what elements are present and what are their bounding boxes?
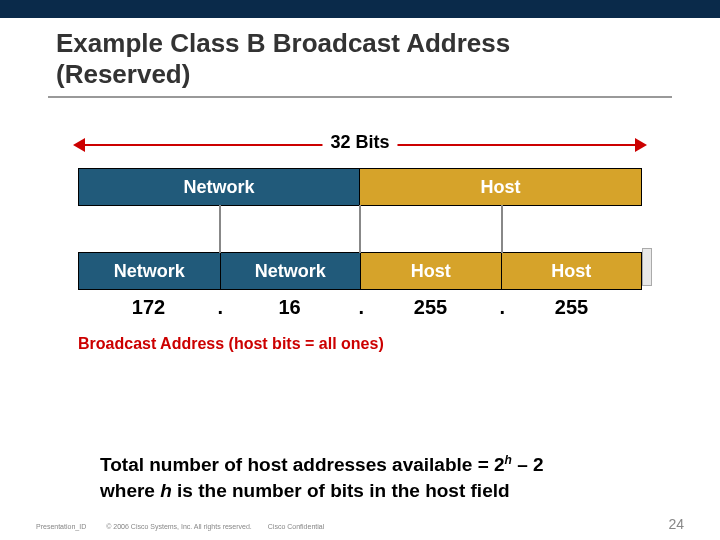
- divider-line: [219, 205, 221, 253]
- formula-part: where: [100, 480, 160, 501]
- broadcast-caption: Broadcast Address (host bits = all ones): [78, 335, 642, 353]
- page-number: 24: [668, 516, 684, 532]
- title-underline: [48, 96, 672, 98]
- formula-text: Total number of host addresses available…: [100, 452, 720, 504]
- formula-variable: h: [160, 480, 172, 501]
- octet-value-3: 255 .: [360, 296, 501, 319]
- footer: Presentation_ID © 2006 Cisco Systems, In…: [0, 516, 720, 532]
- octet-dividers: [78, 206, 642, 252]
- octet-network-1: Network: [79, 253, 220, 289]
- address-bar-octets: Network Network Host Host: [78, 252, 642, 290]
- value-text: 16: [278, 296, 300, 318]
- divider-line: [359, 205, 361, 253]
- octet-host-2: Host: [501, 253, 642, 289]
- value-text: 172: [132, 296, 165, 318]
- bits-width-indicator: 32 Bits: [78, 126, 642, 162]
- value-text: 255: [555, 296, 588, 318]
- diagram: 32 Bits Network Host Network Network Hos…: [48, 126, 672, 426]
- slide-title: Example Class B Broadcast Address (Reser…: [0, 18, 720, 92]
- address-bar-top: Network Host: [78, 168, 642, 206]
- octet-value-2: 16 .: [219, 296, 360, 319]
- title-line-1: Example Class B Broadcast Address: [56, 28, 510, 58]
- formula-part: is the number of bits in the host field: [172, 480, 510, 501]
- presentation-id: Presentation_ID: [36, 523, 86, 530]
- octet-value-1: 172 .: [78, 296, 219, 319]
- formula-part: Total number of host addresses available…: [100, 455, 505, 476]
- octet-network-2: Network: [220, 253, 361, 289]
- arrow-right-icon: [635, 138, 647, 152]
- address-values: 172 . 16 . 255 . 255: [78, 296, 642, 319]
- arrow-left-icon: [73, 138, 85, 152]
- formula-exponent: h: [505, 453, 512, 467]
- host-segment: Host: [360, 169, 641, 205]
- octet-host-1: Host: [360, 253, 501, 289]
- watermark-tab: [642, 248, 652, 286]
- octet-value-4: 255: [501, 296, 642, 319]
- title-line-2: (Reserved): [56, 59, 190, 89]
- value-text: 255: [414, 296, 447, 318]
- top-stripe: [0, 0, 720, 18]
- bits-label: 32 Bits: [322, 132, 397, 153]
- copyright: © 2006 Cisco Systems, Inc. All rights re…: [106, 523, 252, 530]
- confidential-label: Cisco Confidential: [268, 523, 324, 530]
- network-segment: Network: [79, 169, 360, 205]
- formula-part: – 2: [512, 455, 544, 476]
- divider-line: [501, 205, 503, 253]
